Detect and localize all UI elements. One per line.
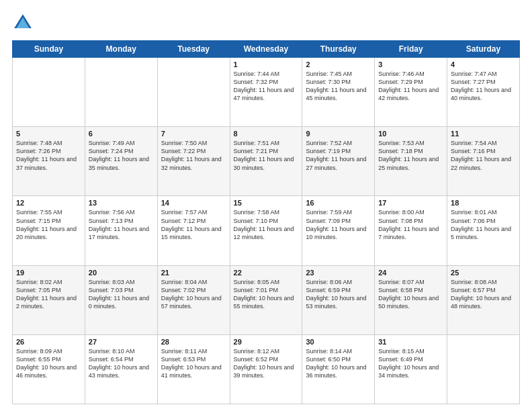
day-details: Sunrise: 7:56 AM Sunset: 7:13 PM Dayligh… — [89, 208, 154, 241]
day-number: 12 — [16, 199, 81, 207]
day-details: Sunrise: 8:06 AM Sunset: 6:59 PM Dayligh… — [306, 278, 371, 311]
calendar-cell — [447, 334, 520, 404]
week-row-4: 26Sunrise: 8:09 AM Sunset: 6:55 PM Dayli… — [13, 334, 520, 404]
day-details: Sunrise: 7:53 AM Sunset: 7:18 PM Dayligh… — [378, 139, 443, 172]
day-details: Sunrise: 7:48 AM Sunset: 7:26 PM Dayligh… — [16, 139, 81, 172]
day-number: 8 — [234, 130, 299, 138]
day-number: 21 — [161, 269, 226, 277]
day-details: Sunrise: 7:47 AM Sunset: 7:27 PM Dayligh… — [451, 70, 516, 103]
calendar-cell: 11Sunrise: 7:54 AM Sunset: 7:16 PM Dayli… — [447, 127, 520, 196]
calendar-cell: 7Sunrise: 7:50 AM Sunset: 7:22 PM Daylig… — [157, 127, 230, 196]
day-header-saturday: Saturday — [447, 41, 520, 58]
week-row-3: 19Sunrise: 8:02 AM Sunset: 7:05 PM Dayli… — [13, 265, 520, 334]
day-number: 27 — [89, 338, 154, 346]
week-row-1: 5Sunrise: 7:48 AM Sunset: 7:26 PM Daylig… — [13, 127, 520, 196]
calendar-cell: 31Sunrise: 8:15 AM Sunset: 6:49 PM Dayli… — [375, 334, 447, 404]
calendar-cell: 3Sunrise: 7:46 AM Sunset: 7:29 PM Daylig… — [375, 58, 447, 127]
calendar-cell: 27Sunrise: 8:10 AM Sunset: 6:54 PM Dayli… — [85, 334, 157, 404]
day-details: Sunrise: 8:01 AM Sunset: 7:06 PM Dayligh… — [451, 208, 516, 241]
day-details: Sunrise: 8:11 AM Sunset: 6:53 PM Dayligh… — [161, 347, 226, 380]
calendar-cell: 10Sunrise: 7:53 AM Sunset: 7:18 PM Dayli… — [375, 127, 447, 196]
calendar-cell: 29Sunrise: 8:12 AM Sunset: 6:52 PM Dayli… — [230, 334, 302, 404]
day-details: Sunrise: 8:10 AM Sunset: 6:54 PM Dayligh… — [89, 347, 154, 380]
day-details: Sunrise: 8:14 AM Sunset: 6:50 PM Dayligh… — [306, 347, 371, 380]
day-number: 10 — [378, 130, 443, 138]
calendar-cell: 26Sunrise: 8:09 AM Sunset: 6:55 PM Dayli… — [13, 334, 85, 404]
calendar-cell: 25Sunrise: 8:08 AM Sunset: 6:57 PM Dayli… — [447, 265, 520, 334]
day-number: 30 — [306, 338, 371, 346]
day-details: Sunrise: 8:15 AM Sunset: 6:49 PM Dayligh… — [378, 347, 443, 380]
day-details: Sunrise: 8:03 AM Sunset: 7:03 PM Dayligh… — [89, 278, 154, 311]
calendar-cell: 6Sunrise: 7:49 AM Sunset: 7:24 PM Daylig… — [85, 127, 157, 196]
day-number: 31 — [378, 338, 443, 346]
day-number: 24 — [378, 269, 443, 277]
day-details: Sunrise: 7:46 AM Sunset: 7:29 PM Dayligh… — [378, 70, 443, 103]
day-details: Sunrise: 8:00 AM Sunset: 7:08 PM Dayligh… — [378, 208, 443, 241]
day-details: Sunrise: 8:02 AM Sunset: 7:05 PM Dayligh… — [16, 278, 81, 311]
day-number: 28 — [161, 338, 226, 346]
day-number: 17 — [378, 199, 443, 207]
calendar-cell: 1Sunrise: 7:44 AM Sunset: 7:32 PM Daylig… — [230, 58, 302, 127]
calendar-cell — [85, 58, 157, 127]
day-details: Sunrise: 7:59 AM Sunset: 7:09 PM Dayligh… — [306, 208, 371, 241]
calendar-cell: 12Sunrise: 7:55 AM Sunset: 7:15 PM Dayli… — [13, 196, 85, 265]
day-header-friday: Friday — [375, 41, 447, 58]
day-details: Sunrise: 7:49 AM Sunset: 7:24 PM Dayligh… — [89, 139, 154, 172]
day-number: 13 — [89, 199, 154, 207]
day-details: Sunrise: 8:05 AM Sunset: 7:01 PM Dayligh… — [234, 278, 299, 311]
calendar-cell: 24Sunrise: 8:07 AM Sunset: 6:58 PM Dayli… — [375, 265, 447, 334]
day-header-sunday: Sunday — [13, 41, 85, 58]
day-number: 25 — [451, 269, 516, 277]
calendar-cell: 20Sunrise: 8:03 AM Sunset: 7:03 PM Dayli… — [85, 265, 157, 334]
day-number: 14 — [161, 199, 226, 207]
day-number: 22 — [234, 269, 299, 277]
week-row-0: 1Sunrise: 7:44 AM Sunset: 7:32 PM Daylig… — [13, 58, 520, 127]
day-details: Sunrise: 7:52 AM Sunset: 7:19 PM Dayligh… — [306, 139, 371, 172]
calendar-cell: 28Sunrise: 8:11 AM Sunset: 6:53 PM Dayli… — [157, 334, 230, 404]
calendar-cell: 4Sunrise: 7:47 AM Sunset: 7:27 PM Daylig… — [447, 58, 520, 127]
day-header-wednesday: Wednesday — [230, 41, 302, 58]
day-number: 5 — [16, 130, 81, 138]
calendar-cell: 5Sunrise: 7:48 AM Sunset: 7:26 PM Daylig… — [13, 127, 85, 196]
logo-icon — [12, 12, 34, 34]
day-number: 29 — [234, 338, 299, 346]
calendar-cell: 13Sunrise: 7:56 AM Sunset: 7:13 PM Dayli… — [85, 196, 157, 265]
day-number: 9 — [306, 130, 371, 138]
week-row-2: 12Sunrise: 7:55 AM Sunset: 7:15 PM Dayli… — [13, 196, 520, 265]
calendar-body: 1Sunrise: 7:44 AM Sunset: 7:32 PM Daylig… — [13, 58, 520, 404]
day-details: Sunrise: 7:57 AM Sunset: 7:12 PM Dayligh… — [161, 208, 226, 241]
calendar-cell: 30Sunrise: 8:14 AM Sunset: 6:50 PM Dayli… — [302, 334, 375, 404]
calendar-cell: 8Sunrise: 7:51 AM Sunset: 7:21 PM Daylig… — [230, 127, 302, 196]
day-header-thursday: Thursday — [302, 41, 375, 58]
day-number: 20 — [89, 269, 154, 277]
day-number: 7 — [161, 130, 226, 138]
day-details: Sunrise: 8:12 AM Sunset: 6:52 PM Dayligh… — [234, 347, 299, 380]
calendar-cell: 22Sunrise: 8:05 AM Sunset: 7:01 PM Dayli… — [230, 265, 302, 334]
calendar-cell: 15Sunrise: 7:58 AM Sunset: 7:10 PM Dayli… — [230, 196, 302, 265]
day-number: 2 — [306, 60, 371, 68]
day-details: Sunrise: 7:50 AM Sunset: 7:22 PM Dayligh… — [161, 139, 226, 172]
day-details: Sunrise: 8:08 AM Sunset: 6:57 PM Dayligh… — [451, 278, 516, 311]
day-number: 18 — [451, 199, 516, 207]
day-details: Sunrise: 7:45 AM Sunset: 7:30 PM Dayligh… — [306, 70, 371, 103]
calendar-cell: 16Sunrise: 7:59 AM Sunset: 7:09 PM Dayli… — [302, 196, 375, 265]
day-number: 26 — [16, 338, 81, 346]
calendar-cell: 18Sunrise: 8:01 AM Sunset: 7:06 PM Dayli… — [447, 196, 520, 265]
calendar-header-row: SundayMondayTuesdayWednesdayThursdayFrid… — [13, 41, 520, 58]
calendar-cell: 23Sunrise: 8:06 AM Sunset: 6:59 PM Dayli… — [302, 265, 375, 334]
calendar-cell: 17Sunrise: 8:00 AM Sunset: 7:08 PM Dayli… — [375, 196, 447, 265]
day-number: 11 — [451, 130, 516, 138]
day-details: Sunrise: 7:51 AM Sunset: 7:21 PM Dayligh… — [234, 139, 299, 172]
day-details: Sunrise: 8:04 AM Sunset: 7:02 PM Dayligh… — [161, 278, 226, 311]
day-number: 6 — [89, 130, 154, 138]
day-details: Sunrise: 8:07 AM Sunset: 6:58 PM Dayligh… — [378, 278, 443, 311]
day-details: Sunrise: 7:44 AM Sunset: 7:32 PM Dayligh… — [234, 70, 299, 103]
calendar-cell: 2Sunrise: 7:45 AM Sunset: 7:30 PM Daylig… — [302, 58, 375, 127]
calendar-cell: 21Sunrise: 8:04 AM Sunset: 7:02 PM Dayli… — [157, 265, 230, 334]
day-number: 3 — [378, 60, 443, 68]
calendar-cell — [13, 58, 85, 127]
calendar-table: SundayMondayTuesdayWednesdayThursdayFrid… — [12, 40, 520, 404]
day-details: Sunrise: 7:54 AM Sunset: 7:16 PM Dayligh… — [451, 139, 516, 172]
calendar-cell: 19Sunrise: 8:02 AM Sunset: 7:05 PM Dayli… — [13, 265, 85, 334]
calendar-cell — [157, 58, 230, 127]
